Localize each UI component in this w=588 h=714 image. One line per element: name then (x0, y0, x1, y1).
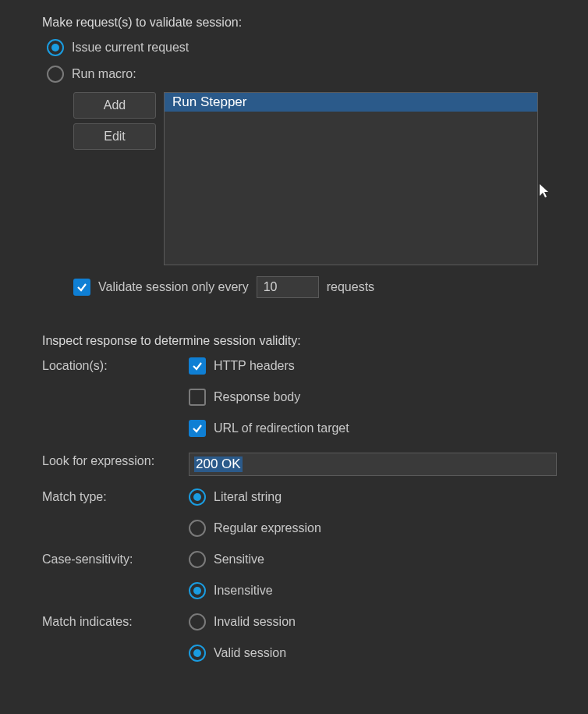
radio-literal-string[interactable] (189, 488, 206, 506)
checkbox-response-body-label: Response body (214, 390, 300, 404)
radio-sensitive[interactable] (189, 551, 206, 568)
add-button[interactable]: Add (73, 92, 156, 119)
macro-list[interactable]: Run Stepper (164, 92, 538, 265)
locations-label: Location(s): (42, 357, 189, 373)
validate-section-title: Make request(s) to validate session: (42, 16, 588, 30)
radio-invalid-session-label: Invalid session (214, 615, 296, 629)
checkbox-url-redirect[interactable] (189, 420, 206, 437)
radio-regular-expression-label: Regular expression (214, 521, 321, 535)
checkbox-http-headers-label: HTTP headers (214, 359, 295, 373)
radio-run-macro-label: Run macro: (72, 67, 136, 81)
case-sensitivity-label: Case-sensitivity: (42, 551, 189, 567)
radio-literal-string-label: Literal string (214, 490, 282, 504)
validate-every-input[interactable] (257, 276, 319, 298)
validate-every-prefix: Validate session only every (98, 280, 249, 294)
expression-value: 200 OK (194, 456, 243, 472)
checkbox-validate-every[interactable] (73, 279, 90, 296)
radio-issue-current-label: Issue current request (72, 41, 189, 55)
radio-issue-current[interactable] (47, 39, 64, 56)
radio-invalid-session[interactable] (189, 613, 206, 631)
expression-label: Look for expression: (42, 453, 189, 468)
checkbox-http-headers[interactable] (189, 357, 206, 375)
radio-regular-expression[interactable] (189, 520, 206, 537)
radio-valid-session[interactable] (189, 645, 206, 662)
edit-button[interactable]: Edit (73, 123, 156, 150)
macro-area: Add Edit Run Stepper (73, 92, 588, 265)
checkbox-response-body[interactable] (189, 389, 206, 406)
validate-every-suffix: requests (327, 280, 374, 294)
radio-insensitive-label: Insensitive (214, 584, 273, 598)
radio-run-macro[interactable] (47, 66, 64, 83)
checkbox-url-redirect-label: URL of redirection target (214, 421, 349, 435)
match-type-label: Match type: (42, 488, 189, 504)
inspect-section-title: Inspect response to determine session va… (42, 334, 588, 348)
radio-valid-session-label: Valid session (214, 646, 286, 660)
expression-input[interactable]: 200 OK (189, 453, 557, 476)
radio-sensitive-label: Sensitive (214, 552, 264, 567)
match-indicates-label: Match indicates: (42, 613, 189, 629)
radio-insensitive[interactable] (189, 582, 206, 599)
macro-list-item[interactable]: Run Stepper (165, 93, 537, 112)
